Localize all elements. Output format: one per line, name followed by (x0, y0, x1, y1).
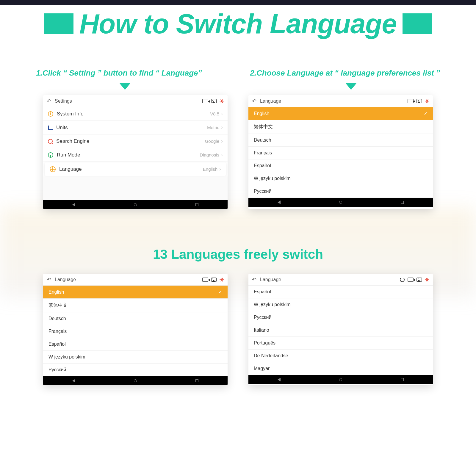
language-row[interactable]: Français (43, 325, 228, 338)
appbar-title: Language (260, 277, 281, 282)
bluetooth-off-icon[interactable]: ⚹ (425, 276, 429, 283)
page-header: How to Switch Language (0, 9, 476, 39)
language-row[interactable]: Magyar (248, 362, 433, 375)
back-icon[interactable]: ↶ (47, 98, 51, 104)
nav-home-icon[interactable] (134, 379, 137, 382)
tablet-language-list: ↶ Language ⚹ English✓ 繁体中文 Deutsch Franç… (248, 95, 433, 209)
steering-wheel-icon (48, 152, 53, 158)
tablet-language-list-scrolled: ↶ Language ⚹ Español W języku polskim Ру… (248, 274, 433, 385)
language-row[interactable]: W języku polskim (248, 298, 433, 311)
search-icon (48, 139, 53, 144)
language-row[interactable]: Русский (248, 185, 433, 198)
back-icon[interactable]: ↶ (252, 276, 256, 283)
app-bar: ↶ Language ⚹ (43, 274, 228, 286)
step-2-label: 2.Choose Language at “ language preferen… (250, 68, 440, 78)
nav-home-icon[interactable] (339, 378, 342, 381)
language-row[interactable]: Español (248, 286, 433, 298)
android-navbar (43, 376, 228, 385)
chevron-right-icon: › (221, 152, 223, 158)
language-row[interactable]: 繁体中文 (43, 299, 228, 312)
language-row[interactable]: Español (43, 338, 228, 351)
screenshot-icon[interactable] (416, 99, 422, 103)
nav-back-icon[interactable] (278, 378, 281, 381)
back-icon[interactable]: ↶ (252, 98, 256, 104)
nav-back-icon[interactable] (278, 201, 281, 204)
arrow-down-icon (120, 83, 130, 90)
app-bar: ↶ Language ⚹ (248, 95, 433, 107)
check-icon: ✓ (424, 111, 428, 116)
video-icon[interactable] (408, 99, 414, 103)
language-row[interactable]: W języku polskim (43, 351, 228, 364)
bluetooth-off-icon[interactable]: ⚹ (425, 98, 429, 104)
header-accent-left (44, 13, 73, 34)
language-row[interactable]: 繁体中文 (248, 120, 433, 134)
video-icon[interactable] (202, 278, 208, 282)
units-icon (48, 126, 53, 130)
app-bar: ↶ Settings ⚹ (43, 95, 228, 107)
settings-row-units[interactable]: Units Metric› (43, 121, 228, 134)
settings-row-search-engine[interactable]: Search Engine Google› (43, 134, 228, 148)
appbar-title: Language (55, 277, 76, 282)
app-bar: ↶ Language ⚹ (248, 274, 433, 286)
screenshot-icon[interactable] (416, 278, 422, 282)
chevron-right-icon: › (221, 138, 223, 144)
nav-home-icon[interactable] (134, 203, 137, 206)
nav-back-icon[interactable] (72, 203, 75, 206)
language-row[interactable]: Italiano (248, 324, 433, 337)
language-row[interactable]: Español (248, 159, 433, 172)
header-accent-right (403, 13, 432, 34)
back-icon[interactable]: ↶ (47, 276, 51, 283)
screenshot-icon[interactable] (211, 99, 217, 103)
android-navbar (248, 375, 433, 384)
nav-recent-icon[interactable] (195, 203, 198, 206)
sync-icon[interactable] (400, 277, 405, 282)
arrow-down-icon (346, 83, 356, 90)
settings-row-language[interactable]: Language English› (45, 162, 226, 176)
chevron-right-icon: › (221, 111, 223, 117)
language-row[interactable]: Deutsch (248, 134, 433, 147)
language-row-selected[interactable]: English✓ (43, 286, 228, 299)
android-navbar (248, 198, 433, 207)
video-icon[interactable] (408, 278, 414, 282)
language-row[interactable]: W języku polskim (248, 172, 433, 185)
language-row[interactable]: Русский (43, 364, 228, 376)
tablet-settings: ↶ Settings ⚹ iSystem Info V8.5› Units Me… (43, 95, 228, 209)
language-row[interactable]: Français (248, 147, 433, 159)
nav-recent-icon[interactable] (195, 379, 198, 382)
tablet-language-list: ↶ Language ⚹ English✓ 繁体中文 Deutsch Franç… (43, 274, 228, 385)
video-icon[interactable] (202, 99, 208, 103)
nav-recent-icon[interactable] (401, 201, 404, 204)
language-row[interactable]: Русский (248, 311, 433, 324)
appbar-title: Language (260, 98, 281, 104)
bluetooth-off-icon[interactable]: ⚹ (220, 276, 224, 283)
android-navbar (43, 200, 228, 209)
settings-row-run-mode[interactable]: Run Mode Diagnosis› (43, 148, 228, 162)
globe-icon (50, 166, 56, 172)
step-1-label: 1.Click “ Setting ” button to find “ Lan… (36, 68, 202, 78)
steps-row: 1.Click “ Setting ” button to find “ Lan… (0, 68, 476, 78)
screenshot-icon[interactable] (211, 278, 217, 282)
settings-row-system-info[interactable]: iSystem Info V8.5› (43, 107, 228, 121)
chevron-right-icon: › (221, 124, 223, 131)
nav-home-icon[interactable] (339, 201, 342, 204)
appbar-title: Settings (55, 98, 72, 104)
subtitle: 13 Languages freely switch (0, 247, 476, 262)
bluetooth-off-icon[interactable]: ⚹ (220, 98, 224, 104)
chevron-right-icon: › (219, 166, 221, 172)
info-icon: i (48, 111, 53, 117)
language-row-selected[interactable]: English✓ (248, 107, 433, 120)
nav-recent-icon[interactable] (401, 378, 404, 381)
check-icon: ✓ (218, 289, 222, 295)
language-row[interactable]: Português (248, 337, 433, 350)
language-row[interactable]: De Nederlandse (248, 350, 433, 362)
nav-back-icon[interactable] (72, 379, 75, 383)
page-title: How to Switch Language (79, 8, 397, 40)
language-row[interactable]: Deutsch (43, 312, 228, 325)
